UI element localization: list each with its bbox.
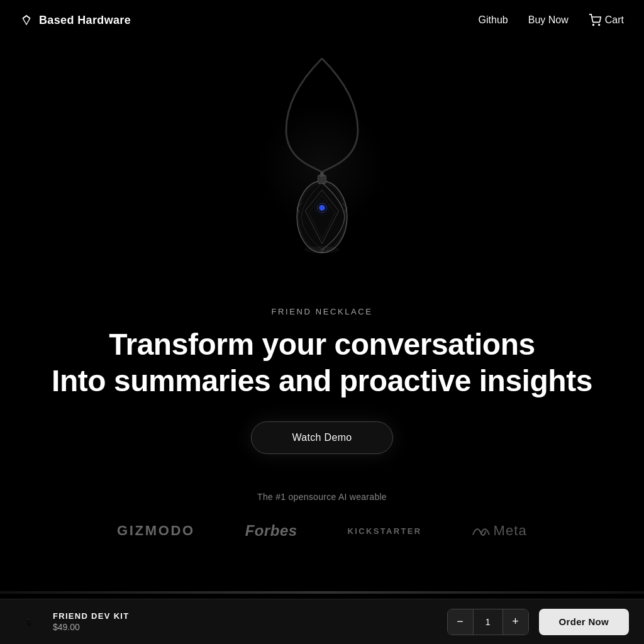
product-image-container [0, 40, 644, 292]
nav-cart[interactable]: Cart [589, 14, 624, 26]
svg-point-4 [319, 205, 325, 211]
cart-product-info: FRIEND DEV KIT $49.00 [15, 608, 129, 636]
press-tagline: The #1 opensource AI wearable [257, 492, 387, 502]
cart-product-icon [16, 609, 42, 635]
cart-icon [589, 14, 601, 26]
svg-point-7 [304, 246, 340, 253]
meta-logo: Meta [472, 522, 527, 540]
svg-point-12 [29, 622, 30, 623]
headline-line2: Into summaries and proactive insights [52, 364, 592, 397]
kickstarter-logo: KICKSTARTER [348, 526, 422, 536]
nav-buy-now[interactable]: Buy Now [528, 14, 569, 26]
section-divider [0, 591, 644, 594]
headline-line1: Transform your conversations [109, 328, 535, 361]
cart-product-thumbnail [15, 608, 43, 636]
svg-point-11 [26, 619, 31, 626]
logo-icon [20, 14, 33, 26]
quantity-controls: − 1 + [447, 609, 529, 635]
nav-links: Github Buy Now Cart [479, 14, 624, 26]
hero-text: FRIEND NECKLACE Transform your conversat… [52, 307, 592, 454]
meta-icon [472, 522, 490, 540]
nav-github[interactable]: Github [479, 14, 508, 26]
hero-section: FRIEND NECKLACE Transform your conversat… [0, 0, 644, 591]
quantity-display: 1 [473, 609, 503, 635]
product-tag: FRIEND NECKLACE [271, 307, 372, 316]
brand-logo[interactable]: Based Hardware [20, 14, 131, 27]
cart-product-details: FRIEND DEV KIT $49.00 [53, 611, 129, 632]
svg-point-3 [299, 184, 345, 250]
cart-actions: − 1 + Order Now [447, 609, 629, 635]
necklace-illustration [234, 47, 410, 286]
svg-point-0 [592, 25, 594, 26]
order-now-button[interactable]: Order Now [539, 609, 629, 635]
navbar: Based Hardware Github Buy Now Cart [0, 0, 644, 40]
quantity-increase-button[interactable]: + [503, 609, 528, 635]
cart-bar: FRIEND DEV KIT $49.00 − 1 + Order Now [0, 599, 644, 644]
cart-product-price: $49.00 [53, 622, 129, 632]
watch-demo-button[interactable]: Watch Demo [251, 421, 392, 454]
svg-point-1 [599, 25, 600, 26]
svg-rect-13 [28, 619, 29, 619]
hero-headline: Transform your conversations Into summar… [52, 326, 592, 399]
svg-rect-9 [320, 172, 324, 177]
gizmodo-logo: GIZMODO [117, 523, 195, 539]
cart-product-name: FRIEND DEV KIT [53, 611, 129, 621]
quantity-decrease-button[interactable]: − [448, 609, 473, 635]
press-logos: GIZMODO Forbes KICKSTARTER Meta [0, 522, 644, 540]
brand-name: Based Hardware [39, 14, 131, 27]
forbes-logo: Forbes [245, 522, 297, 540]
press-section: The #1 opensource AI wearable GIZMODO Fo… [0, 492, 644, 565]
nav-cart-label: Cart [605, 14, 624, 26]
